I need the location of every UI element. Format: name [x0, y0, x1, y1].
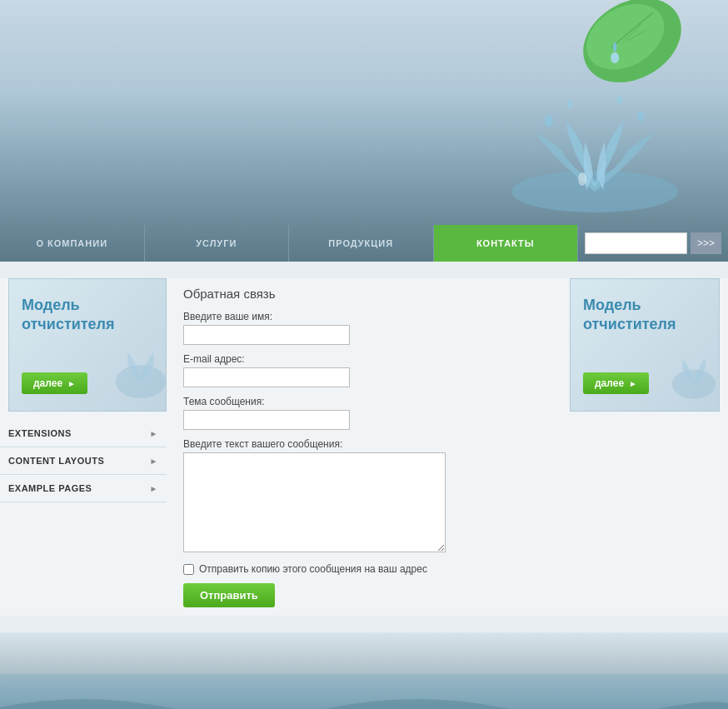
footer — [0, 632, 728, 709]
nav-item-about[interactable]: О КОМПАНИИ — [0, 225, 145, 262]
svg-point-9 — [637, 112, 644, 122]
main-content-area: Модель отчистителя далее ► EXTENSIONS ► … — [0, 278, 728, 616]
copy-checkbox-row: Отправить копию этого сообщения на ваш а… — [183, 563, 553, 575]
email-field-group: E-mail адрес: — [183, 353, 553, 387]
sidebar-item-content-layouts[interactable]: CONTENT LAYOUTS ► — [0, 447, 167, 475]
left-promo-title: Модель отчистителя — [22, 296, 153, 335]
submit-button[interactable]: Отправить — [183, 583, 275, 607]
nav-search-input[interactable] — [585, 232, 687, 254]
nav-item-products[interactable]: ПРОДУКЦИЯ — [289, 225, 434, 262]
content-layouts-arrow-icon: ► — [150, 457, 158, 466]
subject-input[interactable] — [183, 410, 350, 430]
left-sidebar: Модель отчистителя далее ► EXTENSIONS ► … — [0, 278, 167, 616]
right-promo-title: Модель отчистителя — [583, 296, 706, 335]
extensions-arrow-icon: ► — [150, 429, 158, 438]
name-label: Введите ваше имя: — [183, 311, 553, 322]
message-textarea[interactable] — [183, 452, 446, 552]
email-input[interactable] — [183, 367, 350, 387]
example-pages-arrow-icon: ► — [150, 484, 158, 493]
subject-label: Тема сообщения: — [183, 396, 553, 407]
nav-search-area: >>> — [578, 225, 728, 262]
message-field-group: Введите текст вашего сообщения: — [183, 438, 553, 555]
nav-item-services[interactable]: УСЛУГИ — [145, 225, 290, 262]
left-promo-card: Модель отчистителя далее ► — [8, 278, 167, 412]
navigation-bar: О КОМПАНИИ УСЛУГИ ПРОДУКЦИЯ КОНТАКТЫ >>> — [0, 225, 728, 262]
email-label: E-mail адрес: — [183, 353, 553, 365]
nav-search-button[interactable]: >>> — [691, 232, 721, 254]
name-input[interactable] — [183, 325, 350, 345]
page-title: Обратная связь — [183, 287, 553, 301]
contact-form: Введите ваше имя: E-mail адрес: Тема соо… — [183, 311, 553, 607]
svg-point-7 — [578, 172, 586, 186]
nav-item-contacts[interactable]: КОНТАКТЫ — [434, 225, 579, 262]
header-banner — [0, 0, 728, 225]
right-promo-button[interactable]: далее ► — [583, 372, 649, 394]
promo-water-icon — [107, 336, 167, 402]
copy-label: Отправить копию этого сообщения на ваш а… — [199, 563, 427, 575]
center-content: Обратная связь Введите ваше имя: E-mail … — [167, 278, 570, 616]
sidebar-item-extensions[interactable]: EXTENSIONS ► — [0, 420, 167, 447]
water-splash-decoration — [486, 58, 703, 225]
svg-point-8 — [545, 115, 553, 127]
copy-checkbox[interactable] — [183, 564, 194, 575]
right-promo-card: Модель отчистителя далее ► — [570, 278, 720, 412]
svg-point-10 — [567, 100, 572, 108]
svg-point-11 — [617, 96, 622, 104]
message-label: Введите текст вашего сообщения: — [183, 438, 553, 450]
sidebar-menu: EXTENSIONS ► CONTENT LAYOUTS ► EXAMPLE P… — [0, 420, 167, 502]
subject-field-group: Тема сообщения: — [183, 396, 553, 430]
name-field-group: Введите ваше имя: — [183, 311, 553, 345]
left-promo-button[interactable]: далее ► — [22, 372, 87, 394]
sidebar-item-example-pages[interactable]: EXAMPLE PAGES ► — [0, 475, 167, 502]
footer-waves-decoration — [0, 674, 728, 709]
right-sidebar: Модель отчистителя далее ► — [570, 278, 728, 616]
right-promo-water-icon — [665, 344, 720, 402]
